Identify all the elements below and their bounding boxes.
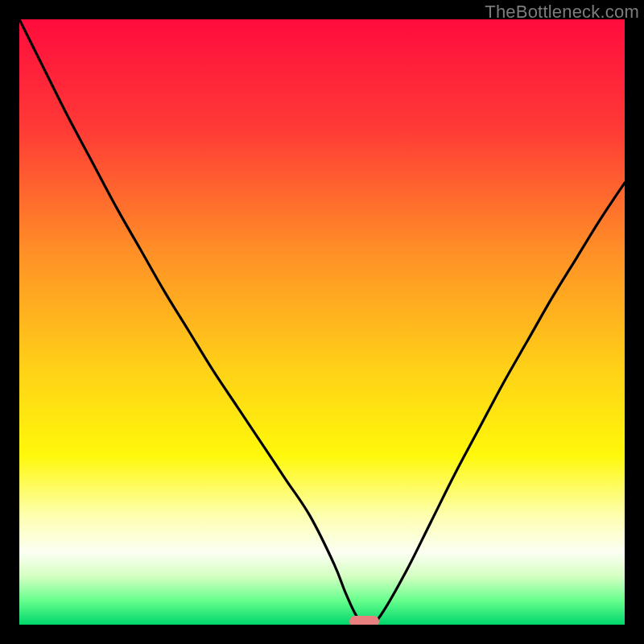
chart-frame bbox=[19, 19, 625, 625]
gradient-background bbox=[19, 19, 625, 625]
plot-area bbox=[19, 19, 625, 625]
minimum-marker bbox=[349, 616, 380, 625]
watermark-text: TheBottleneck.com bbox=[485, 2, 639, 23]
svg-rect-0 bbox=[19, 19, 625, 625]
